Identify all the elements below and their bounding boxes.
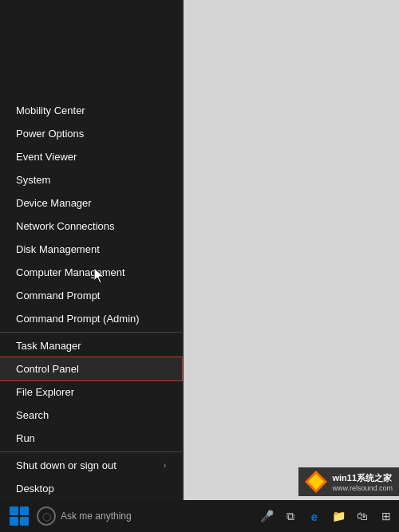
context-menu: Mobility CenterPower OptionsEvent Viewer… bbox=[0, 0, 182, 500]
file-explorer-icon[interactable]: 📁 bbox=[329, 506, 348, 526]
menu-item-label-search: Search bbox=[16, 409, 49, 421]
cortana-search[interactable]: ◯ Ask me anything bbox=[37, 506, 132, 526]
menu-item-label-system: System bbox=[16, 174, 50, 186]
store-icon[interactable]: 🛍 bbox=[353, 506, 372, 526]
start-button[interactable] bbox=[3, 500, 35, 532]
menu-item-command-prompt[interactable]: Command Prompt bbox=[0, 284, 182, 307]
menu-item-label-desktop: Desktop bbox=[16, 483, 54, 495]
taskbar: ◯ Ask me anything 🎤 ⧉ e 📁 🛍 ⊞ bbox=[0, 500, 399, 532]
menu-item-label-device-manager: Device Manager bbox=[16, 197, 92, 209]
menu-item-power-options[interactable]: Power Options bbox=[0, 122, 182, 145]
menu-item-label-command-prompt: Command Prompt bbox=[16, 290, 100, 301]
menu-item-label-command-prompt-admin: Command Prompt (Admin) bbox=[16, 313, 140, 325]
watermark: win11系统之家 www.relsound.com bbox=[298, 467, 399, 496]
menu-item-system[interactable]: System bbox=[0, 168, 182, 191]
menu-item-disk-management[interactable]: Disk Management bbox=[0, 238, 182, 261]
desktop-background bbox=[184, 0, 399, 500]
menu-item-run[interactable]: Run bbox=[0, 427, 182, 450]
menu-item-network-connections[interactable]: Network Connections bbox=[0, 215, 182, 238]
menu-item-computer-management[interactable]: Computer Management bbox=[0, 261, 182, 284]
menu-separator bbox=[0, 451, 182, 452]
watermark-title: win11系统之家 bbox=[332, 472, 393, 484]
menu-separator bbox=[0, 332, 182, 333]
edge-icon[interactable]: e bbox=[305, 506, 324, 526]
menu-item-shut-down-or-sign-out[interactable]: Shut down or sign out› bbox=[0, 454, 182, 477]
screen: Mobility CenterPower OptionsEvent Viewer… bbox=[0, 0, 399, 532]
menu-item-label-power-options: Power Options bbox=[16, 128, 84, 140]
submenu-arrow-icon: › bbox=[164, 461, 166, 470]
windows-logo-icon bbox=[10, 506, 29, 526]
watermark-logo-icon bbox=[305, 471, 327, 493]
menu-item-label-disk-management: Disk Management bbox=[16, 243, 100, 255]
cortana-placeholder: Ask me anything bbox=[61, 510, 132, 522]
menu-item-label-run: Run bbox=[16, 432, 35, 444]
menu-item-label-shut-down-or-sign-out: Shut down or sign out bbox=[16, 459, 117, 471]
menu-items-list: Mobility CenterPower OptionsEvent Viewer… bbox=[0, 99, 182, 500]
menu-item-file-explorer[interactable]: File Explorer bbox=[0, 380, 182, 404]
menu-item-search[interactable]: Search bbox=[0, 404, 182, 427]
menu-item-event-viewer[interactable]: Event Viewer bbox=[0, 145, 182, 168]
menu-item-label-mobility-center: Mobility Center bbox=[16, 104, 85, 116]
menu-item-desktop[interactable]: Desktop bbox=[0, 477, 182, 500]
watermark-url: www.relsound.com bbox=[332, 484, 393, 492]
menu-item-mobility-center[interactable]: Mobility Center bbox=[0, 99, 182, 122]
microphone-icon[interactable]: 🎤 bbox=[257, 506, 276, 526]
menu-item-label-control-panel: Control Panel bbox=[16, 363, 79, 375]
tiles-icon[interactable]: ⊞ bbox=[377, 506, 396, 526]
taskbar-right-icons: 🎤 ⧉ e 📁 🛍 ⊞ bbox=[257, 506, 396, 526]
menu-item-label-file-explorer: File Explorer bbox=[16, 386, 74, 398]
menu-item-command-prompt-admin[interactable]: Command Prompt (Admin) bbox=[0, 307, 182, 330]
menu-item-label-task-manager: Task Manager bbox=[16, 340, 81, 352]
menu-item-label-event-viewer: Event Viewer bbox=[16, 151, 77, 163]
menu-item-label-computer-management: Computer Management bbox=[16, 266, 125, 278]
menu-item-device-manager[interactable]: Device Manager bbox=[0, 191, 182, 215]
menu-item-control-panel[interactable]: Control Panel bbox=[0, 357, 182, 380]
cortana-icon: ◯ bbox=[37, 506, 56, 526]
watermark-text-block: win11系统之家 www.relsound.com bbox=[332, 472, 393, 492]
task-view-icon[interactable]: ⧉ bbox=[281, 506, 300, 526]
menu-item-label-network-connections: Network Connections bbox=[16, 220, 115, 232]
menu-item-task-manager[interactable]: Task Manager bbox=[0, 334, 182, 357]
